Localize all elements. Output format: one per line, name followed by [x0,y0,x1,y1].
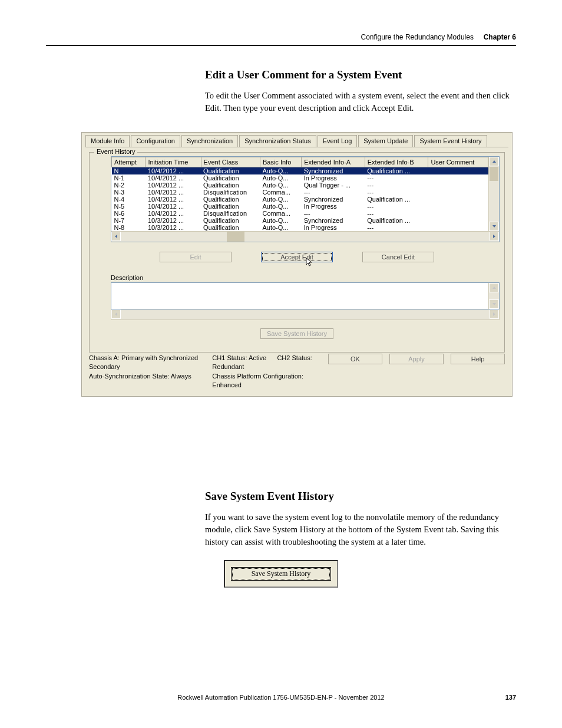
table-cell: In Progress [302,203,365,210]
table-cell: Synchronized [302,196,365,203]
desc-vertical-scrollbar[interactable] [488,283,499,309]
col-user-comment[interactable]: User Comment [428,157,488,167]
table-cell [428,167,488,175]
table-cell: Disqualification [201,189,260,196]
table-cell: 10/3/2012 ... [146,217,201,224]
table-row[interactable]: N-210/4/2012 ...QualificationAuto-Q...Qu… [112,182,488,189]
table-cell: --- [365,224,428,231]
svg-marker-0 [492,160,496,163]
status-chassis-a: Chassis A: Primary with Synchronized Sec… [89,354,212,372]
table-cell: N-4 [112,196,146,203]
table-cell: Qualification ... [365,196,428,203]
page-number: 137 [505,694,516,701]
table-cell: Synchronized [302,217,365,224]
event-history-table-wrap: Attempt Initiation Time Event Class Basi… [111,156,500,242]
svg-marker-2 [115,235,117,238]
tab-system-update[interactable]: System Update [358,135,413,147]
footer-text: Rockwell Automation Publication 1756-UM5… [177,694,384,701]
scroll-left-icon[interactable] [111,232,121,241]
event-history-table[interactable]: Attempt Initiation Time Event Class Basi… [111,157,488,231]
table-cell: 10/3/2012 ... [146,224,201,231]
accept-edit-button[interactable]: Accept Edit [261,252,333,262]
table-cell: Comma... [260,189,301,196]
scroll-right-icon[interactable] [490,232,499,241]
table-cell: N-3 [112,189,146,196]
col-basic-info[interactable]: Basic Info [260,157,301,167]
table-cell: Synchronized [302,167,365,175]
table-cell: 10/4/2012 ... [146,167,201,175]
table-row[interactable]: N-510/4/2012 ...QualificationAuto-Q...In… [112,203,488,210]
save-system-history-button[interactable]: Save System History [260,328,333,339]
table-cell: In Progress [302,174,365,182]
table-row[interactable]: N-110/4/2012 ...QualificationAuto-Q...In… [112,174,488,182]
table-cell: 10/4/2012 ... [146,182,201,189]
tab-module-info[interactable]: Module Info [85,135,130,147]
vertical-scrollbar[interactable] [488,157,499,231]
table-cell: Auto-Q... [260,196,301,203]
table-cell: N-8 [112,224,146,231]
table-cell: --- [302,189,365,196]
desc-scroll-up-icon[interactable] [489,283,499,292]
scroll-up-icon[interactable] [489,157,499,166]
svg-marker-7 [493,312,495,316]
svg-marker-6 [115,312,117,316]
col-event-class[interactable]: Event Class [201,157,260,167]
cancel-edit-button[interactable]: Cancel Edit [362,252,434,262]
table-row[interactable]: N-410/4/2012 ...QualificationAuto-Q...Sy… [112,196,488,203]
desc-horizontal-scrollbar[interactable] [111,309,500,320]
save-history-standalone-button[interactable]: Save System History [231,567,331,581]
table-cell: --- [365,174,428,182]
table-row[interactable]: N-710/3/2012 ...QualificationAuto-Q...Sy… [112,217,488,224]
tab-synchronization[interactable]: Synchronization [181,135,238,147]
table-cell: Qualification [201,196,260,203]
table-cell: 10/4/2012 ... [146,189,201,196]
ok-button[interactable]: OK [328,354,382,364]
table-cell: Auto-Q... [260,167,301,175]
table-cell: Qualification [201,167,260,175]
tab-sync-status[interactable]: Synchronization Status [239,135,316,147]
table-cell: Qualification [201,217,260,224]
help-button[interactable]: Help [451,354,505,364]
table-cell: Auto-Q... [260,224,301,231]
col-initiation-time[interactable]: Initiation Time [146,157,201,167]
scroll-down-icon[interactable] [489,222,499,231]
desc-scroll-left-icon[interactable] [111,309,121,319]
svg-marker-5 [492,303,496,305]
table-row[interactable]: N-610/4/2012 ...DisqualificationComma...… [112,210,488,217]
table-cell [428,174,488,182]
horizontal-scrollbar[interactable] [111,231,499,242]
desc-scroll-right-icon[interactable] [490,309,499,319]
table-cell [428,182,488,189]
table-cell [428,217,488,224]
tab-system-event-history[interactable]: System Event History [414,135,487,147]
description-textarea[interactable] [111,282,500,309]
col-ext-info-b[interactable]: Extended Info-B [365,157,428,167]
table-cell: Qualification ... [365,217,428,224]
col-attempt[interactable]: Attempt [112,157,146,167]
table-row[interactable]: N-310/4/2012 ...DisqualificationComma...… [112,189,488,196]
edit-button[interactable]: Edit [160,252,232,262]
svg-marker-3 [493,235,495,238]
table-row[interactable]: N-810/3/2012 ...QualificationAuto-Q...In… [112,224,488,231]
desc-scroll-down-icon[interactable] [489,299,499,309]
table-cell: Qualification [201,174,260,182]
status-ch1: CH1 Status: Active [212,354,266,361]
table-cell: --- [365,189,428,196]
tab-event-log[interactable]: Event Log [318,135,358,147]
table-cell: --- [365,210,428,217]
accept-edit-label: Accept Edit [280,253,313,261]
save-history-standalone-screenshot: Save System History [224,560,338,588]
status-bar: Chassis A: Primary with Synchronized Sec… [82,353,512,396]
tab-configuration[interactable]: Configuration [131,135,180,147]
status-platform: Chassis Platform Configuration: Enhanced [212,372,328,390]
table-cell: N-6 [112,210,146,217]
table-cell [428,224,488,231]
table-cell: In Progress [302,224,365,231]
table-row[interactable]: N10/4/2012 ...QualificationAuto-Q...Sync… [112,167,488,175]
col-ext-info-a[interactable]: Extended Info-A [302,157,365,167]
svg-marker-1 [492,225,496,228]
table-cell [428,189,488,196]
tab-row: Module Info Configuration Synchronizatio… [82,133,512,147]
apply-button[interactable]: Apply [389,354,444,364]
table-cell: Auto-Q... [260,203,301,210]
